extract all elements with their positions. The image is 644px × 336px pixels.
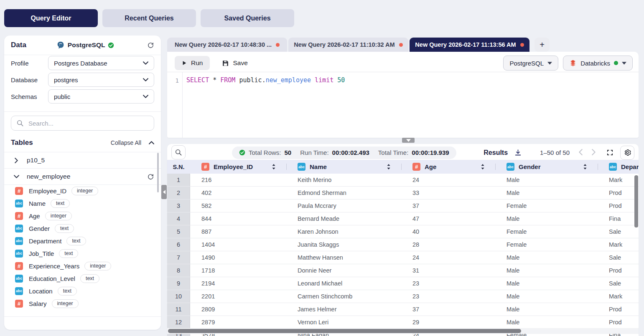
- table-cell[interactable]: Male: [495, 303, 598, 316]
- table-cell[interactable]: Bernard Meade: [286, 212, 401, 225]
- table-row[interactable]: 81718Donnie Neer31MaleProd: [167, 264, 639, 277]
- table-cell[interactable]: 402: [190, 187, 286, 199]
- table-row[interactable]: 92194Leonard Michael23MaleSale: [167, 277, 639, 290]
- horizontal-scrollbar-thumb[interactable]: [168, 329, 521, 333]
- table-cell[interactable]: Karen Johnson: [286, 225, 401, 238]
- column-header-age[interactable]: #Age: [401, 160, 495, 174]
- table-cell[interactable]: Male: [495, 290, 598, 303]
- table-cell[interactable]: 2201: [190, 290, 286, 303]
- sql-code-line[interactable]: SELECT * FROM public.new_employee limit …: [186, 76, 345, 84]
- table-cell[interactable]: 24: [401, 174, 495, 186]
- sidebar-scrollbar[interactable]: [157, 153, 159, 192]
- table-row[interactable]: 4844Bernard Meade47MaleFina: [167, 212, 639, 225]
- table-row[interactable]: 1216Keith Merino24MaleMark: [167, 174, 639, 187]
- table-row[interactable]: 122879Vernon Leri29MaleProd: [167, 316, 639, 329]
- sort-icon[interactable]: [387, 164, 391, 170]
- table-tree-item-p10-5[interactable]: p10_5: [4, 152, 161, 169]
- new-query-tab-button[interactable]: +: [535, 38, 550, 52]
- download-icon[interactable]: [514, 149, 522, 156]
- nav-tab-saved-queries[interactable]: Saved Queries: [201, 9, 294, 27]
- table-cell[interactable]: Mark: [598, 290, 639, 303]
- refresh-connection-icon[interactable]: [147, 42, 154, 49]
- table-cell[interactable]: Vernon Leri: [286, 316, 401, 328]
- engine-dropdown[interactable]: PostgreSQL: [503, 56, 558, 71]
- chevron-right-icon[interactable]: [13, 158, 19, 163]
- database-select[interactable]: postgres: [48, 73, 154, 87]
- table-cell[interactable]: Male: [495, 264, 598, 277]
- column-item-department[interactable]: abcDepartmenttext: [4, 235, 161, 247]
- table-cell[interactable]: Carmen Stinchcomb: [286, 290, 401, 303]
- table-cell[interactable]: Donnie Neer: [286, 264, 401, 277]
- next-page-button[interactable]: [592, 149, 596, 157]
- table-cell[interactable]: Female: [495, 225, 598, 238]
- table-cell[interactable]: Prod: [598, 187, 639, 199]
- table-cell[interactable]: Mark: [598, 238, 639, 251]
- table-cell[interactable]: 1718: [190, 264, 286, 277]
- table-cell[interactable]: Mark: [598, 174, 639, 186]
- table-row[interactable]: 71490Matthew Hansen24MaleSale: [167, 251, 639, 264]
- databricks-dropdown[interactable]: Databricks: [563, 56, 633, 71]
- column-header-department[interactable]: abcDepartment: [598, 160, 639, 174]
- sort-icon[interactable]: [583, 164, 587, 170]
- query-tab-3[interactable]: New Query 2026-02-17 11:13:56 AM: [410, 38, 529, 52]
- table-tree-item-new-employee[interactable]: new_employee: [4, 169, 161, 185]
- sort-icon[interactable]: [272, 164, 276, 170]
- table-cell[interactable]: Sale: [598, 251, 639, 264]
- table-cell[interactable]: 33: [401, 187, 495, 199]
- vertical-scrollbar-thumb[interactable]: [634, 175, 638, 227]
- connection-selector[interactable]: PostgreSQL: [56, 41, 115, 49]
- fullscreen-icon[interactable]: [606, 149, 613, 156]
- table-cell[interactable]: Matthew Hansen: [286, 251, 401, 264]
- table-cell[interactable]: Sale: [598, 277, 639, 290]
- table-row[interactable]: 2402Edmond Sherman33MaleProd: [167, 187, 639, 200]
- prev-page-button[interactable]: [579, 149, 583, 157]
- table-row[interactable]: 102201Carmen Stinchcomb23MaleMark: [167, 290, 639, 303]
- table-cell[interactable]: 2879: [190, 316, 286, 328]
- column-header-gender[interactable]: abcGender: [495, 160, 598, 174]
- sort-icon[interactable]: [481, 164, 485, 170]
- settings-button[interactable]: [620, 146, 634, 160]
- table-cell[interactable]: 47: [401, 212, 495, 225]
- table-cell[interactable]: 23: [401, 290, 495, 303]
- column-item-job-title[interactable]: abcJob_Titletext: [4, 247, 161, 260]
- table-cell[interactable]: 29: [401, 316, 495, 328]
- table-cell[interactable]: Juanita Skaggs: [286, 238, 401, 251]
- save-button[interactable]: Save: [219, 59, 250, 67]
- table-cell[interactable]: 28: [401, 238, 495, 251]
- column-item-education-level[interactable]: abcEducation_Leveltext: [4, 272, 161, 285]
- results-search-button[interactable]: [171, 145, 186, 159]
- run-button[interactable]: Run: [175, 56, 210, 70]
- profile-select[interactable]: Postgres Database: [48, 56, 154, 70]
- table-cell[interactable]: Male: [495, 316, 598, 328]
- table-cell[interactable]: 40: [401, 225, 495, 238]
- table-cell[interactable]: 887: [190, 225, 286, 238]
- collapse-all-button[interactable]: Collapse All: [111, 139, 141, 146]
- table-cell[interactable]: 582: [190, 200, 286, 212]
- nav-tab-query-editor[interactable]: Query Editor: [4, 9, 98, 27]
- column-item-name[interactable]: abcNametext: [4, 197, 161, 210]
- table-cell[interactable]: 216: [190, 174, 286, 186]
- horizontal-scrollbar[interactable]: [167, 328, 639, 334]
- table-cell[interactable]: 844: [190, 212, 286, 225]
- table-cell[interactable]: 2809: [190, 303, 286, 316]
- table-cell[interactable]: James Helmer: [286, 303, 401, 316]
- table-cell[interactable]: 24: [401, 251, 495, 264]
- table-cell[interactable]: 23: [401, 277, 495, 290]
- table-cell[interactable]: 37: [401, 303, 495, 316]
- table-cell[interactable]: Edmond Sherman: [286, 187, 401, 199]
- table-cell[interactable]: Female: [495, 238, 598, 251]
- table-cell[interactable]: Leonard Michael: [286, 277, 401, 290]
- vertical-scrollbar[interactable]: [634, 174, 638, 328]
- table-cell[interactable]: Prod: [598, 264, 639, 277]
- column-header-name[interactable]: abcName: [286, 160, 401, 174]
- sidebar-collapse-handle[interactable]: [161, 185, 167, 199]
- table-cell[interactable]: Male: [495, 212, 598, 225]
- table-cell[interactable]: 1490: [190, 251, 286, 264]
- table-cell[interactable]: Male: [495, 251, 598, 264]
- table-cell[interactable]: Male: [495, 277, 598, 290]
- table-cell[interactable]: Paula Mccrary: [286, 200, 401, 212]
- column-item-employee-id[interactable]: #Employee_IDinteger: [4, 184, 161, 197]
- table-row[interactable]: 61404Juanita Skaggs28FemaleMark: [167, 238, 639, 251]
- refresh-table-icon[interactable]: [147, 173, 154, 180]
- table-row[interactable]: 3582Paula Mccrary37FemaleProd: [167, 200, 639, 212]
